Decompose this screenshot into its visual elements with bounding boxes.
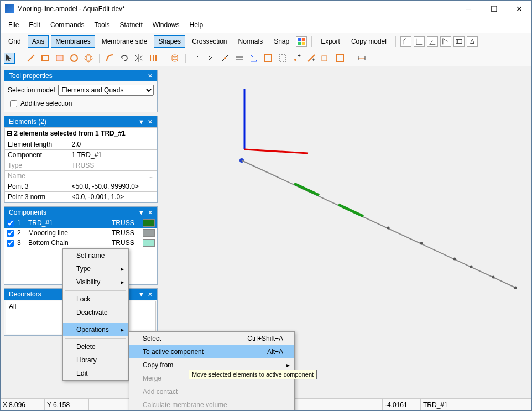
component-row[interactable]: 3 Bottom Chain TRUSS xyxy=(4,238,157,248)
measure-tool[interactable] xyxy=(234,53,245,64)
window-title: Mooring-line.amodel - AquaEdit dev* xyxy=(17,5,461,13)
shapes-toggle[interactable]: Shapes xyxy=(154,35,185,48)
palette-icon[interactable] xyxy=(296,36,307,47)
array-tool[interactable] xyxy=(148,53,159,64)
selection-model-select[interactable]: Elements and Quads xyxy=(58,85,154,96)
svg-point-43 xyxy=(387,227,390,230)
rect-fill-tool[interactable] xyxy=(54,53,65,64)
ctx-op-select[interactable]: Select Ctrl+Shift+A xyxy=(129,332,294,345)
svg-point-46 xyxy=(470,266,473,268)
ctx-library[interactable]: Library xyxy=(63,353,128,367)
view-icon-1[interactable] xyxy=(400,36,411,47)
edit-line-tool[interactable]: + xyxy=(306,53,317,64)
titlebar: Mooring-line.amodel - AquaEdit dev* ─ ☐ … xyxy=(1,1,531,17)
tool-properties-title: Tool properties xyxy=(9,72,144,80)
collapse-icon[interactable]: ▼ xyxy=(138,209,144,216)
grid-toggle[interactable]: Grid xyxy=(4,35,25,48)
crossection-toggle[interactable]: Crossection xyxy=(187,35,231,48)
copy-model-button[interactable]: Copy model xyxy=(347,35,391,48)
maximize-button[interactable]: ☐ xyxy=(486,4,502,13)
svg-rect-25 xyxy=(265,55,272,61)
dimension-tool[interactable] xyxy=(356,53,367,64)
rect-tool[interactable] xyxy=(40,53,51,64)
circle-tool[interactable] xyxy=(69,53,80,64)
close-icon[interactable]: ✕ xyxy=(148,291,153,298)
color-swatch[interactable] xyxy=(143,229,155,237)
tool-toolbar: + + + xyxy=(1,50,531,66)
ellipse-tool[interactable] xyxy=(83,53,94,64)
add-point-tool[interactable]: + xyxy=(291,53,302,64)
axis-toggle[interactable]: Axis xyxy=(28,35,49,48)
svg-rect-33 xyxy=(337,55,343,61)
normals-toggle[interactable]: Normals xyxy=(233,35,267,48)
view-icon-6[interactable] xyxy=(467,36,478,47)
ctx-set-name[interactable]: Set name xyxy=(63,249,128,262)
edit-rect-tool[interactable]: + xyxy=(320,53,331,64)
minimize-button[interactable]: ─ xyxy=(461,4,476,13)
select-rect-dash-tool[interactable] xyxy=(277,53,288,64)
menu-help[interactable]: Help xyxy=(185,19,207,30)
split-tool[interactable] xyxy=(220,53,231,64)
component-checkbox[interactable] xyxy=(7,240,14,247)
color-swatch[interactable] xyxy=(143,219,155,227)
close-icon[interactable]: ✕ xyxy=(148,209,153,216)
svg-text:+: + xyxy=(298,53,301,59)
mirror-tool[interactable] xyxy=(133,53,144,64)
elements-panel: Elements (2) ▼ ✕ ⊟ 2 elements selected f… xyxy=(4,116,158,203)
trim-tool[interactable] xyxy=(191,53,202,64)
close-icon[interactable]: ✕ xyxy=(148,72,153,80)
svg-line-7 xyxy=(28,55,34,61)
component-row[interactable]: 1 TRD_#1 TRUSS xyxy=(4,218,157,228)
close-button[interactable]: ✕ xyxy=(512,4,527,13)
angle-tool[interactable] xyxy=(248,53,259,64)
tooltip: Move selected elements to active compone… xyxy=(189,370,317,379)
intersect-tool[interactable] xyxy=(205,53,216,64)
svg-point-45 xyxy=(453,258,456,261)
export-button[interactable]: Export xyxy=(316,35,345,48)
view-icon-5[interactable] xyxy=(453,36,465,47)
view-toolbar: Grid Axis Membranes Membrane side Shapes… xyxy=(1,33,531,50)
menu-tools[interactable]: Tools xyxy=(90,19,114,30)
additive-selection-checkbox[interactable] xyxy=(10,100,17,107)
svg-point-22 xyxy=(224,57,226,59)
menu-commands[interactable]: Commands xyxy=(46,19,88,30)
arc-tool[interactable] xyxy=(105,53,116,64)
ctx-deactivate[interactable]: Deactivate xyxy=(63,306,128,319)
svg-point-16 xyxy=(172,55,178,57)
membrane-side-toggle[interactable]: Membrane side xyxy=(97,35,152,48)
svg-rect-31 xyxy=(322,56,327,61)
menu-edit[interactable]: Edit xyxy=(24,19,45,30)
cylinder-tool[interactable] xyxy=(169,53,180,64)
view-icon-4[interactable] xyxy=(440,36,451,47)
select-rect-tool[interactable] xyxy=(263,53,274,64)
close-icon[interactable]: ✕ xyxy=(148,118,153,126)
color-swatch[interactable] xyxy=(143,239,155,247)
component-checkbox[interactable] xyxy=(7,220,14,227)
menu-file[interactable]: File xyxy=(4,19,23,30)
ctx-operations[interactable]: Operations▸ xyxy=(63,323,128,336)
ctx-type[interactable]: Type▸ xyxy=(63,262,128,275)
ctx-delete[interactable]: Delete xyxy=(63,340,128,353)
tool-properties-panel: Tool properties ✕ Selection model Elemen… xyxy=(4,70,158,112)
ctx-lock[interactable]: Lock xyxy=(63,293,128,306)
ctx-op-to-active[interactable]: To active component Alt+A xyxy=(129,345,294,358)
view-icon-2[interactable] xyxy=(414,36,425,47)
ctx-edit[interactable]: Edit xyxy=(63,367,128,380)
view-icon-3[interactable] xyxy=(427,36,438,47)
svg-point-47 xyxy=(492,276,495,279)
menu-statnett[interactable]: Statnett xyxy=(115,19,147,30)
elements-grid[interactable]: Element length2.0 Component1 TRD_#1 Type… xyxy=(4,139,157,202)
delete-rect-tool[interactable] xyxy=(335,53,346,64)
pointer-tool[interactable] xyxy=(4,53,15,64)
component-checkbox[interactable] xyxy=(7,230,14,237)
ctx-visibility[interactable]: Visibility▸ xyxy=(63,275,128,289)
collapse-icon[interactable]: ▼ xyxy=(138,291,144,298)
collapse-icon[interactable]: ▼ xyxy=(138,118,144,125)
membranes-toggle[interactable]: Membranes xyxy=(51,35,95,48)
rotate-tool[interactable] xyxy=(119,53,130,64)
app-icon xyxy=(5,4,14,13)
component-row[interactable]: 2 Moooring line TRUSS xyxy=(4,228,157,238)
snap-toggle[interactable]: Snap xyxy=(269,35,294,48)
line-tool[interactable] xyxy=(25,53,36,64)
menu-windows[interactable]: Windows xyxy=(148,19,184,30)
